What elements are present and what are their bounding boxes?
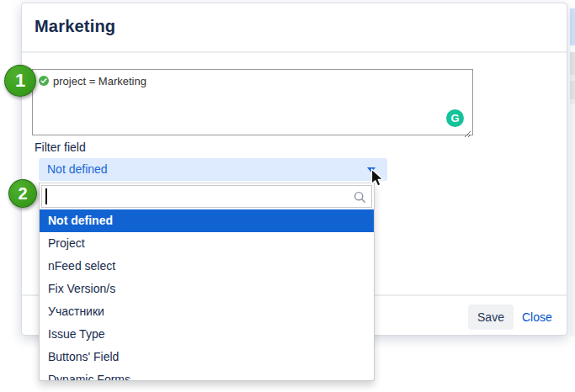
- dropdown-option-8[interactable]: Dynamic Forms: [40, 368, 374, 381]
- background-fragment-gray: [570, 52, 575, 75]
- background-fragment-line: [570, 75, 575, 81]
- text-caret: [45, 188, 47, 204]
- close-link[interactable]: Close: [522, 305, 552, 330]
- dropdown-search-box: [41, 185, 372, 208]
- search-icon: [354, 191, 366, 207]
- dropdown-option-2[interactable]: Project: [40, 232, 374, 255]
- mouse-cursor-icon: [370, 168, 385, 191]
- jql-query-textarea[interactable]: project = Marketing G: [32, 69, 473, 135]
- dropdown-search-input[interactable]: [42, 186, 371, 207]
- filter-field-select[interactable]: Not defined: [39, 158, 387, 181]
- dropdown-option-6[interactable]: Issue Type: [40, 323, 374, 346]
- dialog-title: Marketing: [35, 17, 115, 36]
- filter-field-label: Filter field: [35, 140, 86, 154]
- filter-field-dropdown: Not definedProjectnFeed selectFix Versio…: [39, 183, 375, 381]
- dropdown-option-4[interactable]: Fix Version/s: [40, 278, 374, 300]
- valid-query-check-icon: [39, 76, 49, 86]
- jql-query-text: project = Marketing: [53, 75, 146, 87]
- dropdown-options-list: Not definedProjectnFeed selectFix Versio…: [40, 209, 374, 381]
- grammarly-icon[interactable]: G: [446, 109, 464, 127]
- dropdown-option-5[interactable]: Участники: [40, 300, 374, 323]
- selected-filter-value: Not defined: [47, 158, 108, 181]
- dropdown-option-7[interactable]: Buttons' Field: [40, 346, 374, 368]
- annotation-badge-2: 2: [8, 179, 37, 208]
- save-button[interactable]: Save: [468, 305, 514, 330]
- dropdown-option-1[interactable]: Not defined: [40, 209, 374, 232]
- dropdown-option-3[interactable]: nFeed select: [40, 255, 374, 278]
- annotation-badge-1: 1: [4, 65, 36, 97]
- background-fragment-soft: [570, 104, 575, 336]
- background-fragment-blue: [570, 8, 575, 45]
- dialog-header: Marketing: [22, 3, 567, 53]
- textarea-resize-handle[interactable]: [464, 126, 471, 134]
- background-fragment-gray: [570, 81, 575, 99]
